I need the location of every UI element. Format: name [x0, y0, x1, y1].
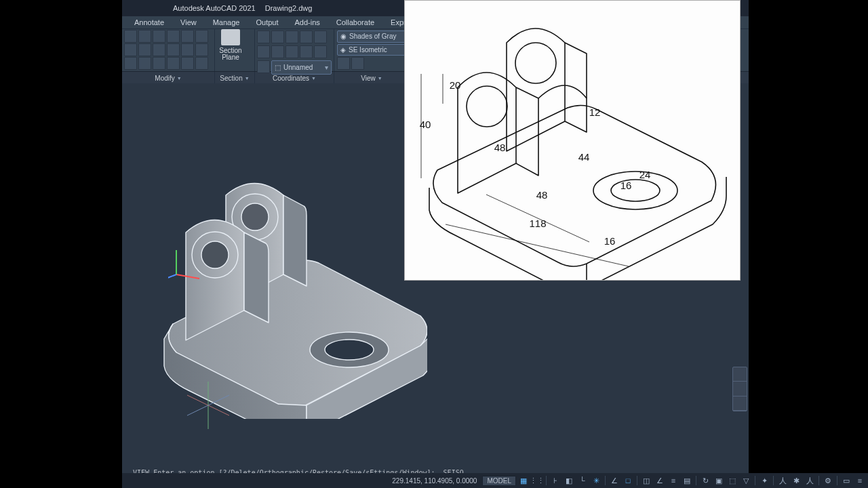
- infer-icon[interactable]: ⊦: [549, 475, 561, 486]
- modify-tool-icon[interactable]: [195, 30, 208, 43]
- modify-tool-icon[interactable]: [153, 30, 165, 43]
- svg-text:16: 16: [620, 180, 632, 191]
- section-plane-button[interactable]: Section Plane: [215, 29, 246, 61]
- svg-text:20: 20: [450, 79, 461, 91]
- view-tool-icon[interactable]: [351, 57, 364, 70]
- ucs-tool-icon[interactable]: [285, 30, 298, 43]
- ucs-tool-icon[interactable]: [257, 60, 270, 73]
- ucs-tool-icon[interactable]: [257, 45, 270, 58]
- dynucs-icon[interactable]: ⬚: [726, 475, 738, 486]
- section-plane-icon: [221, 29, 240, 45]
- annovis-icon[interactable]: ✱: [790, 475, 802, 486]
- file-name: Drawing2.dwg: [265, 4, 313, 12]
- modify-tool-icon[interactable]: [138, 57, 151, 70]
- menu-icon[interactable]: ≡: [854, 475, 866, 486]
- sphere-icon: ◉: [340, 33, 347, 40]
- ucs-tool-icon[interactable]: [300, 45, 313, 58]
- panel-coordinates: ⬚ Unnamed ▾: [255, 29, 334, 71]
- chevron-down-icon: ▼: [177, 76, 182, 81]
- visual-style-dropdown[interactable]: ◉ Shades of Gray ▾: [337, 30, 412, 43]
- modify-tool-icon[interactable]: [181, 57, 194, 70]
- reference-drawing-overlay: 20 40 12 48 44 24 16 48 118 16: [404, 0, 741, 281]
- workspace-icon[interactable]: ⚙: [822, 475, 834, 486]
- filter-icon[interactable]: ▽: [740, 475, 752, 486]
- menu-output[interactable]: Output: [248, 17, 286, 28]
- polar-icon[interactable]: ✳: [590, 475, 602, 486]
- ucs-tool-icon[interactable]: [314, 45, 327, 58]
- dyninput-icon[interactable]: ◧: [563, 475, 575, 486]
- cycling-icon[interactable]: ↻: [699, 475, 711, 486]
- osnap-icon[interactable]: □: [622, 475, 634, 486]
- modify-tool-icon[interactable]: [153, 57, 165, 70]
- modify-tool-icon[interactable]: [167, 30, 180, 43]
- svg-point-3: [241, 203, 269, 230]
- cursor-coordinates: 229.1415, 110.4905, 0.0000: [378, 477, 481, 485]
- navbar-widget[interactable]: [732, 367, 747, 411]
- modify-tool-icon[interactable]: [124, 30, 137, 43]
- modify-tool-icon[interactable]: [195, 43, 208, 56]
- menu-view[interactable]: View: [172, 17, 205, 28]
- ucs-tool-icon[interactable]: [257, 30, 270, 43]
- modify-tool-icon[interactable]: [167, 43, 180, 56]
- 3dosnap2-icon[interactable]: ▣: [713, 475, 725, 486]
- snap-icon[interactable]: ⋮⋮: [531, 475, 543, 486]
- view-tool-icon[interactable]: [337, 57, 350, 70]
- monitor-icon[interactable]: ▭: [840, 475, 852, 486]
- panel-section: Section Plane: [215, 29, 255, 71]
- svg-text:48: 48: [536, 189, 548, 201]
- nav-orbit-icon[interactable]: [733, 382, 747, 396]
- otrack-icon[interactable]: ∠: [654, 475, 666, 486]
- menu-manage[interactable]: Manage: [205, 17, 248, 28]
- svg-line-6: [176, 274, 199, 279]
- menu-addins[interactable]: Add-ins: [287, 17, 328, 28]
- panel-modify: [122, 29, 215, 71]
- svg-point-13: [593, 171, 677, 209]
- chevron-down-icon: ▼: [245, 76, 250, 81]
- ucs-icon: ⬚: [275, 64, 281, 71]
- menu-collaborate[interactable]: Collaborate: [328, 17, 382, 28]
- ortho-icon[interactable]: └: [576, 475, 589, 486]
- chevron-down-icon: ▼: [378, 76, 382, 81]
- svg-text:44: 44: [578, 151, 590, 163]
- chevron-down-icon: ▼: [311, 76, 316, 81]
- svg-line-30: [486, 195, 589, 242]
- lineweight-icon[interactable]: ≡: [667, 475, 679, 486]
- modify-tool-icon[interactable]: [124, 43, 137, 56]
- nav-pan-icon[interactable]: [733, 367, 747, 382]
- annoscale-icon[interactable]: 人: [776, 475, 789, 486]
- view-preset-dropdown[interactable]: ◈ SE Isometric ▾: [337, 44, 412, 56]
- gizmo-icon[interactable]: ✦: [758, 475, 770, 486]
- svg-point-14: [611, 180, 660, 201]
- svg-point-1: [325, 340, 374, 360]
- ucs-named-dropdown[interactable]: ⬚ Unnamed ▾: [271, 60, 332, 75]
- transparency-icon[interactable]: ▤: [681, 475, 693, 486]
- panel-view: ◉ Shades of Gray ▾ ◈ SE Isometric ▾: [334, 29, 415, 71]
- ucs-icon: [168, 245, 209, 285]
- svg-text:12: 12: [589, 106, 601, 118]
- ucs-tool-icon[interactable]: [285, 45, 298, 58]
- nav-zoom-icon[interactable]: [733, 396, 747, 411]
- modify-tool-icon[interactable]: [153, 43, 165, 56]
- modify-tool-icon[interactable]: [138, 43, 151, 56]
- modify-tool-icon[interactable]: [181, 43, 194, 56]
- menu-annotate[interactable]: Annotate: [126, 17, 172, 28]
- chevron-down-icon: ▾: [325, 64, 328, 71]
- modify-tool-icon[interactable]: [138, 30, 151, 43]
- modify-tool-icon[interactable]: [181, 30, 194, 43]
- modify-tool-icon[interactable]: [124, 57, 137, 70]
- model-space-button[interactable]: MODEL: [482, 476, 516, 486]
- modify-tool-icon[interactable]: [195, 57, 208, 70]
- svg-point-16: [515, 43, 556, 83]
- ucs-tool-icon[interactable]: [271, 45, 284, 58]
- grid-icon[interactable]: ▦: [517, 475, 530, 486]
- isodraft-icon[interactable]: ∠: [608, 475, 620, 486]
- ucs-tool-icon[interactable]: [271, 30, 284, 43]
- ucs-tool-icon[interactable]: [300, 30, 313, 43]
- ucs-tool-icon[interactable]: [314, 30, 327, 43]
- 3dosnap-icon[interactable]: ◫: [640, 475, 652, 486]
- svg-text:118: 118: [529, 218, 546, 229]
- modify-tool-icon[interactable]: [167, 57, 180, 70]
- svg-text:16: 16: [604, 235, 616, 247]
- svg-line-8: [168, 274, 176, 281]
- autoanno-icon[interactable]: 人: [804, 475, 816, 486]
